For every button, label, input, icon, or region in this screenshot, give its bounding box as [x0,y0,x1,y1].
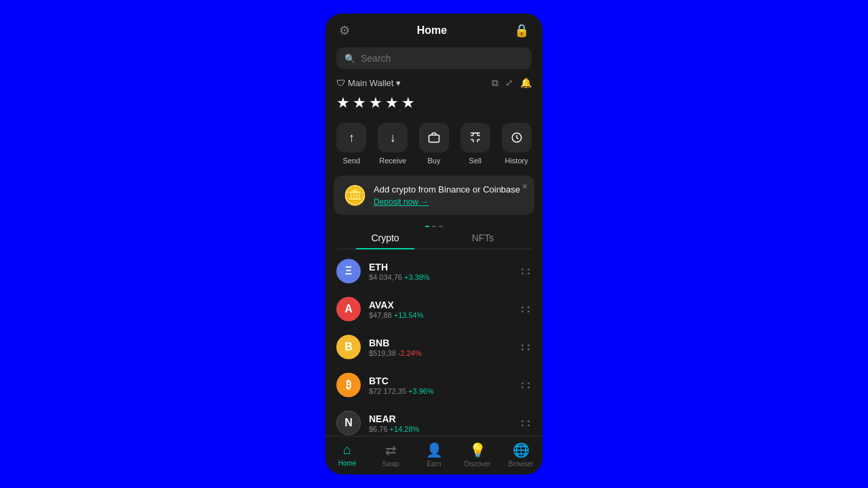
receive-icon: ↓ [378,123,408,152]
lock-icon[interactable]: 🔒 [514,23,529,38]
wallet-selector[interactable]: 🛡 Main Wallet ▾ [336,78,401,88]
wallet-name-label: Main Wallet [348,78,393,88]
sell-button[interactable]: Sell [460,123,490,165]
buy-button[interactable]: Buy [419,123,449,165]
discover-nav-label: Discover [465,460,491,468]
history-button[interactable]: History [502,123,532,165]
deposit-link[interactable]: Deposit now → [374,197,525,207]
nav-swap[interactable]: ⇄ Swap [369,442,412,468]
near-name: NEAR [369,413,513,424]
list-item[interactable]: Ξ ETH $4 034,76 +3.38% [326,252,542,290]
search-input[interactable] [361,53,524,64]
settings-icon[interactable]: ⚙ [339,23,350,38]
bnb-menu-icon[interactable] [521,344,532,350]
btc-price: $72 172,35 +3.96% [369,387,513,395]
send-label: Send [343,157,361,165]
swap-nav-label: Swap [382,460,399,468]
nav-discover[interactable]: 💡 Discover [456,442,499,468]
avax-avatar: A [336,297,361,321]
near-info: NEAR $6,76 +14.28% [369,413,513,433]
tab-crypto[interactable]: Crypto [336,227,434,249]
wallet-action-icons: ⧉ ⤢ 🔔 [492,77,532,89]
receive-label: Receive [379,157,406,165]
chevron-down-icon: ▾ [396,78,401,88]
banner-close-button[interactable]: × [522,181,528,192]
list-item[interactable]: B BNB $519,38 -2.24% [326,328,542,366]
buy-icon [419,123,449,152]
btc-avatar: ₿ [336,373,361,397]
earn-icon: 👤 [426,442,443,458]
eth-menu-icon[interactable] [521,268,532,274]
copy-icon[interactable]: ⧉ [492,77,498,89]
list-item[interactable]: A AVAX $47,88 +13.54% [326,290,542,328]
deposit-banner: 🪙 Add crypto from Binance or Coinbase De… [334,176,534,215]
buy-label: Buy [428,157,441,165]
near-avatar: N [336,411,361,435]
home-nav-label: Home [338,460,357,467]
receive-button[interactable]: ↓ Receive [378,123,408,165]
balance-display: ★★★★★ [326,92,542,123]
eth-name: ETH [369,262,513,272]
home-icon: ⌂ [343,442,351,458]
browser-nav-label: Browser [509,460,534,468]
asset-tabs: Crypto NFTs [336,227,532,249]
send-icon: ↑ [336,123,366,152]
list-item[interactable]: ₿ BTC $72 172,35 +3.96% [326,366,542,404]
eth-info: ETH $4 034,76 +3.38% [369,262,513,281]
sell-label: Sell [469,157,481,165]
banner-title: Add crypto from Binance or Coinbase [374,184,525,196]
discover-icon: 💡 [469,442,486,458]
nav-home[interactable]: ⌂ Home [326,442,369,468]
sell-icon [460,123,490,152]
history-icon [502,123,532,152]
banner-content: Add crypto from Binance or Coinbase Depo… [374,184,525,207]
browser-icon: 🌐 [513,442,530,458]
bell-icon[interactable]: 🔔 [520,77,532,89]
list-item[interactable]: N NEAR $6,76 +14.28% [326,404,542,436]
bnb-price: $519,38 -2.24% [369,349,513,357]
avax-price: $47,88 +13.54% [369,311,513,319]
btc-name: BTC [369,375,513,386]
phone-app: ⚙ Home 🔒 🔍 🛡 Main Wallet ▾ ⧉ ⤢ 🔔 ★★★★★ ↑… [326,14,542,474]
search-bar[interactable]: 🔍 [336,47,532,69]
nav-earn[interactable]: 👤 Earn [412,442,456,468]
svg-rect-0 [429,135,439,142]
near-price: $6,76 +14.28% [369,425,513,433]
avax-name: AVAX [369,300,513,310]
bnb-info: BNB $519,38 -2.24% [369,338,513,357]
eth-price: $4 034,76 +3.38% [369,273,513,281]
eth-avatar: Ξ [336,259,361,283]
earn-nav-label: Earn [427,460,441,468]
tab-nfts[interactable]: NFTs [434,227,532,249]
expand-icon[interactable]: ⤢ [505,77,513,89]
swap-icon: ⇄ [385,442,397,458]
wallet-shield-icon: 🛡 [336,78,345,88]
page-title: Home [417,24,447,37]
bnb-name: BNB [369,338,513,348]
bottom-navigation: ⌂ Home ⇄ Swap 👤 Earn 💡 Discover 🌐 Browse… [326,436,542,474]
nav-browser[interactable]: 🌐 Browser [499,442,542,468]
bnb-avatar: B [336,335,361,359]
crypto-list: Ξ ETH $4 034,76 +3.38% A AVAX $47,88 +13… [326,249,542,436]
header: ⚙ Home 🔒 [326,14,542,47]
btc-menu-icon[interactable] [521,382,532,388]
search-icon: 🔍 [344,54,355,64]
banner-illustration: 🪙 [343,184,367,207]
near-menu-icon[interactable] [521,420,532,426]
avax-menu-icon[interactable] [521,306,532,312]
action-buttons: ↑ Send ↓ Receive Buy Sell [326,123,542,176]
avax-info: AVAX $47,88 +13.54% [369,300,513,319]
wallet-row: 🛡 Main Wallet ▾ ⧉ ⤢ 🔔 [326,77,542,92]
history-label: History [505,157,528,165]
send-button[interactable]: ↑ Send [336,123,366,165]
btc-info: BTC $72 172,35 +3.96% [369,375,513,395]
